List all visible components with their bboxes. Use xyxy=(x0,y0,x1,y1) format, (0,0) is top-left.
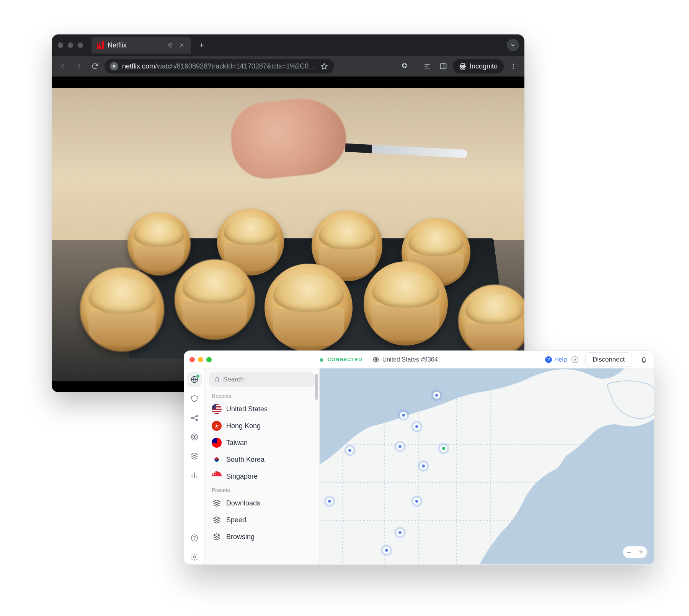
svg-point-6 xyxy=(574,359,576,361)
preset-stack-icon xyxy=(212,498,222,508)
map-server-dot[interactable] xyxy=(400,412,407,419)
map-server-dot[interactable] xyxy=(346,447,353,454)
url-host: netflix.com xyxy=(122,62,155,70)
nav-back-button[interactable] xyxy=(56,60,69,73)
search-input[interactable] xyxy=(223,376,310,383)
rail-meshnet-icon[interactable] xyxy=(187,411,202,425)
svg-point-3 xyxy=(513,68,514,69)
globe-icon xyxy=(372,356,379,363)
address-bar[interactable]: netflix.com/watch/81608928?trackId=14170… xyxy=(104,59,334,73)
rail-settings-icon[interactable] xyxy=(187,550,202,564)
tab-overflow-button[interactable] xyxy=(507,39,519,51)
map-server-dot[interactable] xyxy=(397,529,403,536)
recent-item-united-states[interactable]: United States xyxy=(205,401,319,417)
disconnect-button[interactable]: Disconnect xyxy=(585,352,632,367)
tab-close-icon[interactable] xyxy=(178,41,186,49)
map-server-dot[interactable] xyxy=(413,498,420,505)
browser-toolbar: netflix.com/watch/81608928?trackId=14170… xyxy=(52,56,524,77)
flag-south-korea-icon xyxy=(212,455,222,464)
svg-point-10 xyxy=(196,419,198,421)
map-server-dot[interactable] xyxy=(413,423,420,430)
svg-point-1 xyxy=(513,64,514,65)
bookmark-star-icon[interactable] xyxy=(320,62,329,71)
section-presets: Presets xyxy=(205,485,319,495)
window-traffic-lights xyxy=(56,42,87,48)
vpn-location-list: Recents United States Hong Kong Taiwan S… xyxy=(205,368,320,564)
lock-icon xyxy=(319,357,324,362)
recent-item-hong-kong[interactable]: Hong Kong xyxy=(205,417,319,434)
window-minimize-button[interactable] xyxy=(198,357,203,362)
reading-list-icon[interactable] xyxy=(421,60,434,73)
site-info-icon[interactable] xyxy=(110,62,118,70)
window-minimize-dot[interactable] xyxy=(68,42,73,48)
help-link[interactable]: ? Help xyxy=(545,356,567,363)
svg-point-15 xyxy=(194,539,195,540)
toolbar-separator xyxy=(416,61,416,71)
preset-label: Browsing xyxy=(226,533,255,541)
connected-server[interactable]: United States #9364 xyxy=(372,356,438,363)
incognito-icon xyxy=(459,62,467,70)
preset-item-browsing[interactable]: Browsing xyxy=(205,528,319,545)
window-fullscreen-button[interactable] xyxy=(206,357,212,362)
tab-title: Netflix xyxy=(108,41,127,49)
window-close-button[interactable] xyxy=(189,357,195,362)
map-zoom-control: − + xyxy=(623,546,647,558)
flag-hong-kong-icon xyxy=(212,421,222,431)
connection-status: CONNECTED xyxy=(319,356,362,363)
zoom-in-button[interactable]: + xyxy=(639,548,643,557)
scroll-indicator[interactable] xyxy=(315,374,318,400)
preset-label: Downloads xyxy=(226,499,260,507)
recent-item-south-korea[interactable]: South Korea xyxy=(205,451,319,468)
preset-label: Speed xyxy=(226,516,246,524)
svg-point-16 xyxy=(193,556,196,558)
rail-darkweb-icon[interactable] xyxy=(187,430,202,444)
rail-countries-icon[interactable] xyxy=(187,372,202,387)
recent-item-singapore[interactable]: Singapore xyxy=(205,468,319,485)
server-label: United States #9364 xyxy=(382,356,438,363)
vpn-app-window: CONNECTED United States #9364 ? Help Dis… xyxy=(184,350,655,565)
zoom-out-button[interactable]: − xyxy=(627,548,632,557)
preset-item-downloads[interactable]: Downloads xyxy=(205,495,319,512)
extensions-icon[interactable] xyxy=(398,60,411,73)
video-player-area[interactable] xyxy=(52,77,524,392)
incognito-indicator[interactable]: Incognito xyxy=(453,59,504,73)
rail-support-icon[interactable] xyxy=(187,531,202,545)
rail-presets-icon[interactable] xyxy=(187,449,202,463)
svg-point-8 xyxy=(191,417,193,419)
rail-stats-icon[interactable] xyxy=(187,468,202,482)
help-label: Help xyxy=(554,356,567,363)
rail-threat-protection-icon[interactable] xyxy=(187,391,202,406)
sidepanel-icon[interactable] xyxy=(437,60,450,73)
map-server-dot[interactable] xyxy=(420,463,427,469)
recent-item-taiwan[interactable]: Taiwan xyxy=(205,434,319,451)
url-path: /watch/81608928?trackId=14170287&tctx=1%… xyxy=(155,62,315,70)
search-icon xyxy=(214,376,220,383)
map-server-dot-connected[interactable] xyxy=(440,445,447,452)
browser-tab-active[interactable]: Netflix xyxy=(91,37,191,54)
section-recents: Recents xyxy=(205,391,319,401)
browser-tab-bar: Netflix + xyxy=(52,34,524,56)
map-server-dot[interactable] xyxy=(397,443,403,450)
incognito-label: Incognito xyxy=(470,62,498,70)
svg-point-2 xyxy=(513,66,514,67)
nav-forward-button[interactable] xyxy=(72,60,85,73)
recent-label: South Korea xyxy=(226,456,264,464)
tab-audio-icon[interactable] xyxy=(167,41,174,49)
vpn-title-bar: CONNECTED United States #9364 ? Help Dis… xyxy=(184,351,654,368)
autoconnect-icon[interactable] xyxy=(570,355,580,365)
browser-menu-icon[interactable] xyxy=(507,60,520,73)
notifications-icon[interactable] xyxy=(639,355,649,365)
map-server-dot[interactable] xyxy=(383,547,390,554)
nav-reload-button[interactable] xyxy=(88,60,101,73)
window-close-dot[interactable] xyxy=(58,42,63,48)
vpn-sidebar-rail xyxy=(184,368,205,564)
svg-point-17 xyxy=(215,378,219,381)
help-badge-icon: ? xyxy=(545,356,552,363)
new-tab-button[interactable]: + xyxy=(196,40,207,51)
browser-window: Netflix + xyxy=(52,34,524,392)
recent-label: Hong Kong xyxy=(226,422,261,430)
vpn-map[interactable]: − + xyxy=(320,368,654,564)
window-zoom-dot[interactable] xyxy=(78,42,83,48)
preset-item-speed[interactable]: Speed xyxy=(205,512,319,528)
search-field[interactable] xyxy=(209,372,315,387)
